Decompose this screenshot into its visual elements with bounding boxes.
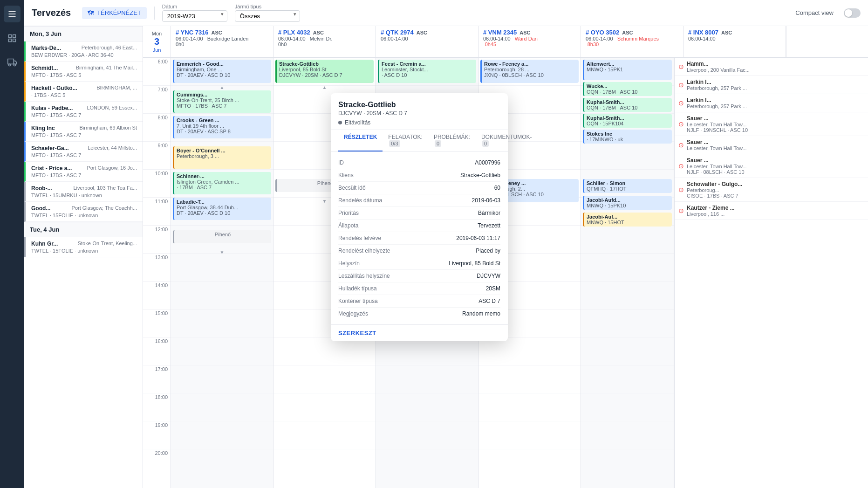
detail-row-leszallitas: Leszállítás helyszíne DJCVYW (338, 270, 500, 282)
status-dot (338, 121, 342, 124)
detail-label: Megjegyzés (338, 310, 403, 317)
detail-label: Rendelést elhelyezte (338, 247, 403, 254)
detail-label: Kliens (338, 172, 403, 179)
detail-label: Állapota (338, 222, 403, 229)
detail-row-kontener: Konténer típusa ASC D 7 (338, 295, 500, 308)
detail-value: 2019-06-03 11:17 (456, 235, 500, 241)
detail-row-becsult: Becsült idő 60 (338, 182, 500, 194)
detail-label: Becsült idő (338, 185, 403, 191)
detail-label: Rendelés felvéve (338, 235, 403, 241)
detail-value: Stracke-Gottlieb (460, 172, 500, 179)
detail-label: Konténer típusa (338, 298, 403, 304)
detail-label: Rendelés dátuma (338, 197, 403, 204)
detail-label: Leszállítás helyszíne (338, 273, 403, 279)
tab-reszletek[interactable]: RÉSZLETEK (338, 130, 383, 151)
detail-row-rendeles-felve: Rendelés felvéve 2019-06-03 11:17 (338, 232, 500, 245)
detail-value: Bármikor (478, 210, 500, 216)
modal-status: Eltávolítás (338, 119, 500, 126)
detail-label: ID (338, 159, 403, 166)
modal-title: Stracke-Gottlieb (338, 101, 500, 109)
detail-value: 20SM (486, 285, 500, 292)
modal-header: Stracke-Gottlieb DJCVYW · 20SM · ASC D 7… (331, 93, 508, 130)
detail-label: Prioritás (338, 210, 403, 216)
detail-row-rendeles-datuma: Rendelés dátuma 2019-06-03 (338, 194, 500, 207)
modal-card: Stracke-Gottlieb DJCVYW · 20SM · ASC D 7… (331, 93, 508, 341)
modal-tabs: RÉSZLETEK FELADATOK: 0/3 PROBLÉMÁK: 0 DO… (331, 130, 508, 152)
detail-row-id: ID A0007996 (338, 157, 500, 169)
detail-label: Helyszín (338, 260, 403, 267)
detail-value: DJCVYW (477, 273, 500, 279)
detail-value: Liverpool, 85 Bold St (449, 260, 500, 267)
detail-value: Tervezett (478, 222, 500, 229)
detail-label: Hulladék típusa (338, 285, 403, 292)
detail-row-rendeles-helyezte: Rendelést elhelyezte Placed by (338, 245, 500, 257)
detail-value: ASC D 7 (478, 298, 500, 304)
modal-subtitle: DJCVYW · 20SM · ASC D 7 (338, 110, 500, 117)
detail-row-hulladek: Hulladék típusa 20SM (338, 282, 500, 295)
edit-button[interactable]: SZERKESZT (338, 330, 376, 337)
detail-value: 2019-06-03 (472, 197, 500, 204)
status-label: Eltávolítás (345, 119, 370, 126)
detail-value: Placed by (476, 247, 500, 254)
tab-problemak[interactable]: PROBLÉMÁK: 0 (428, 130, 476, 151)
detail-row-helyszin: Helyszín Liverpool, 85 Bold St (338, 257, 500, 270)
detail-row-allapota: Állapota Tervezett (338, 220, 500, 232)
modal-overlay[interactable]: Stracke-Gottlieb DJCVYW · 20SM · ASC D 7… (0, 0, 868, 488)
modal-body: ID A0007996 Kliens Stracke-Gottlieb Becs… (331, 152, 508, 324)
tab-feladatok[interactable]: FELADATOK: 0/3 (383, 130, 428, 151)
detail-row-kliens: Kliens Stracke-Gottlieb (338, 169, 500, 182)
detail-row-megjegyzes: Megjegyzés Random memo (338, 308, 500, 320)
detail-value: A0007996 (475, 159, 500, 166)
detail-row-prioritas: Prioritás Bármikor (338, 207, 500, 220)
tab-dokumentumok[interactable]: DOKUMENTUMOK-0 (476, 130, 538, 151)
detail-value: 60 (494, 185, 500, 191)
modal-footer: SZERKESZT (331, 324, 508, 341)
detail-value: Random memo (462, 310, 500, 317)
